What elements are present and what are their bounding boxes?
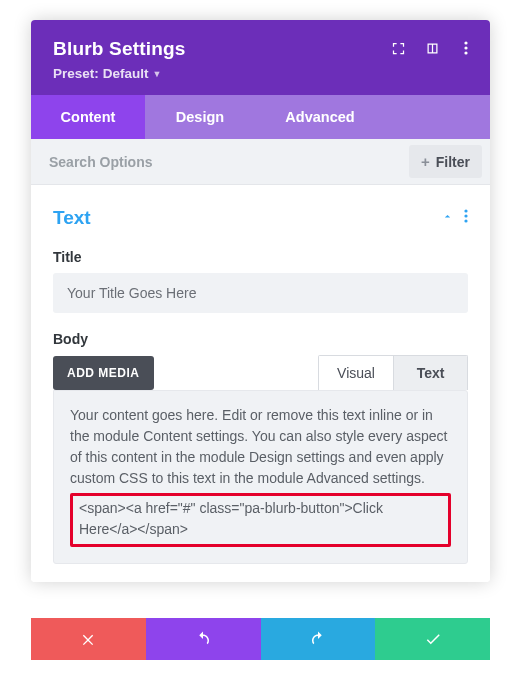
editor-tab-text[interactable]: Text <box>393 356 467 390</box>
preset-value: Default <box>103 66 149 81</box>
collapse-icon[interactable] <box>441 209 454 227</box>
search-input[interactable] <box>31 140 409 184</box>
main-tabs: Content Design Advanced <box>31 95 490 139</box>
expand-icon[interactable] <box>390 40 406 56</box>
title-input[interactable] <box>53 273 468 313</box>
editor-tab-visual[interactable]: Visual <box>319 356 393 390</box>
section-header: Text <box>53 195 468 239</box>
svg-point-1 <box>464 46 467 49</box>
panel-content: Text Title Body ADD MEDIA Visual Text <box>31 185 490 582</box>
editor-tabs: Visual Text <box>318 355 468 390</box>
undo-button[interactable] <box>146 618 261 660</box>
preset-label: Preset: <box>53 66 99 81</box>
body-label: Body <box>53 331 468 347</box>
caret-down-icon: ▼ <box>153 69 162 79</box>
filter-button[interactable]: + Filter <box>409 145 482 178</box>
title-field: Title <box>53 249 468 313</box>
svg-point-2 <box>464 51 467 54</box>
body-content-highlight: <span><a href="#" class="pa-blurb-button… <box>70 493 451 547</box>
svg-point-3 <box>464 209 467 212</box>
tab-design[interactable]: Design <box>145 95 255 139</box>
tab-content[interactable]: Content <box>31 95 145 139</box>
body-content-text: Your content goes here. Edit or remove t… <box>70 405 451 489</box>
search-row: + Filter <box>31 139 490 185</box>
plus-icon: + <box>421 153 430 170</box>
bottom-action-bar <box>31 618 490 660</box>
redo-button[interactable] <box>261 618 376 660</box>
close-button[interactable] <box>31 618 146 660</box>
svg-point-4 <box>464 214 467 217</box>
section-actions <box>441 209 468 227</box>
title-label: Title <box>53 249 468 265</box>
body-textarea[interactable]: Your content goes here. Edit or remove t… <box>53 390 468 564</box>
editor-toolbar: ADD MEDIA Visual Text <box>53 355 468 390</box>
preset-selector[interactable]: Preset: Default ▼ <box>53 66 468 81</box>
settings-panel: Blurb Settings Preset: Default ▼ Content… <box>31 20 490 582</box>
save-button[interactable] <box>375 618 490 660</box>
svg-point-0 <box>464 41 467 44</box>
filter-label: Filter <box>436 154 470 170</box>
section-more-icon[interactable] <box>464 209 468 227</box>
tab-advanced[interactable]: Advanced <box>255 95 385 139</box>
panel-header: Blurb Settings Preset: Default ▼ <box>31 20 490 95</box>
header-actions <box>390 40 474 56</box>
columns-icon[interactable] <box>424 40 440 56</box>
body-field: Body ADD MEDIA Visual Text Your content … <box>53 331 468 564</box>
more-vertical-icon[interactable] <box>458 40 474 56</box>
svg-point-5 <box>464 219 467 222</box>
add-media-button[interactable]: ADD MEDIA <box>53 356 154 390</box>
section-title: Text <box>53 207 91 229</box>
